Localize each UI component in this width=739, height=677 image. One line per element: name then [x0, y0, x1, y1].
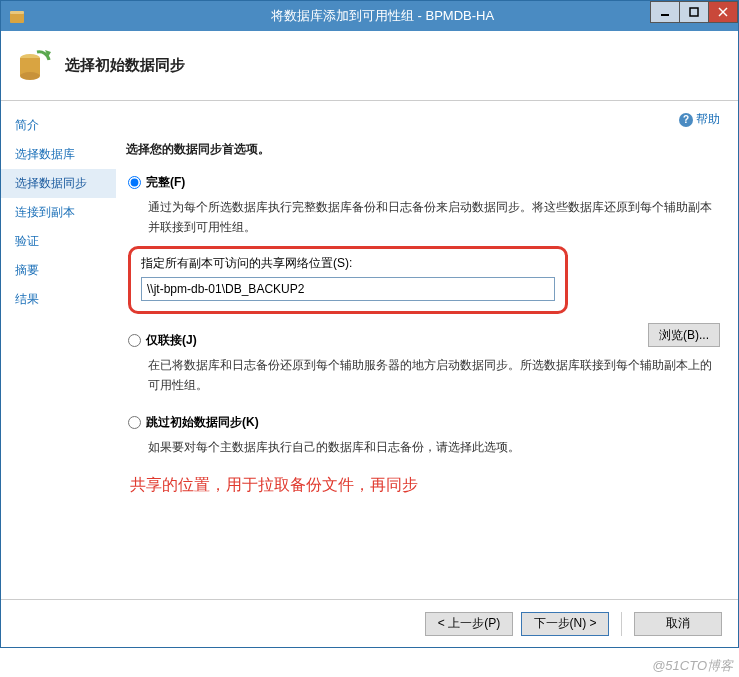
network-path-input[interactable] — [141, 277, 555, 301]
sidebar-item-select-db[interactable]: 选择数据库 — [1, 140, 116, 169]
close-button[interactable] — [708, 1, 738, 23]
sidebar-item-connect-replica[interactable]: 连接到副本 — [1, 198, 116, 227]
watermark: @51CTO博客 — [652, 657, 733, 675]
svg-rect-0 — [10, 13, 24, 23]
sidebar-item-label: 摘要 — [15, 263, 39, 277]
option-skip: 跳过初始数据同步(K) 如果要对每个主数据库执行自己的数据库和日志备份，请选择此… — [126, 414, 722, 457]
option-full-row[interactable]: 完整(F) — [128, 174, 722, 191]
help-label: 帮助 — [696, 111, 720, 128]
prev-button[interactable]: < 上一步(P) — [425, 612, 513, 636]
dialog-window: 将数据库添加到可用性组 - BPMDB-HA 选择初始数据同步 — [0, 0, 739, 648]
svg-point-8 — [20, 72, 40, 80]
body: 简介 选择数据库 选择数据同步 连接到副本 验证 摘要 结果 ? 帮助 选择您的… — [1, 101, 738, 599]
sidebar-item-label: 简介 — [15, 118, 39, 132]
cancel-button[interactable]: 取消 — [634, 612, 722, 636]
sidebar-item-label: 验证 — [15, 234, 39, 248]
sidebar-item-label: 选择数据库 — [15, 147, 75, 161]
content-heading: 选择您的数据同步首选项。 — [126, 141, 722, 158]
svg-rect-1 — [10, 11, 24, 14]
maximize-button[interactable] — [679, 1, 709, 23]
separator — [621, 612, 622, 636]
minimize-button[interactable] — [650, 1, 680, 23]
radio-full[interactable] — [128, 176, 141, 189]
sidebar: 简介 选择数据库 选择数据同步 连接到副本 验证 摘要 结果 — [1, 101, 116, 599]
sidebar-item-label: 连接到副本 — [15, 205, 75, 219]
help-icon: ? — [679, 113, 693, 127]
option-join: 仅联接(J) 在已将数据库和日志备份还原到每个辅助服务器的地方启动数据同步。所选… — [126, 332, 722, 396]
content-panel: ? 帮助 选择您的数据同步首选项。 完整(F) 通过为每个所选数据库执行完整数据… — [116, 101, 738, 599]
annotation-text: 共享的位置，用于拉取备份文件，再同步 — [130, 475, 722, 496]
sidebar-item-label: 结果 — [15, 292, 39, 306]
option-full: 完整(F) 通过为每个所选数据库执行完整数据库备份和日志备份来启动数据同步。将这… — [126, 174, 722, 314]
network-location-box: 指定所有副本可访问的共享网络位置(S): — [128, 246, 568, 314]
window-title: 将数据库添加到可用性组 - BPMDB-HA — [27, 7, 738, 25]
database-sync-icon — [15, 46, 55, 86]
titlebar: 将数据库添加到可用性组 - BPMDB-HA — [1, 1, 738, 31]
sidebar-item-data-sync[interactable]: 选择数据同步 — [1, 169, 116, 198]
sidebar-item-label: 选择数据同步 — [15, 176, 87, 190]
svg-rect-3 — [690, 8, 698, 16]
footer: < 上一步(P) 下一步(N) > 取消 — [1, 599, 738, 647]
option-join-label: 仅联接(J) — [146, 332, 197, 349]
radio-skip[interactable] — [128, 416, 141, 429]
option-full-desc: 通过为每个所选数据库执行完整数据库备份和日志备份来启动数据同步。将这些数据库还原… — [148, 197, 722, 238]
browse-button[interactable]: 浏览(B)... — [648, 323, 720, 347]
sidebar-item-intro[interactable]: 简介 — [1, 111, 116, 140]
option-join-desc: 在已将数据库和日志备份还原到每个辅助服务器的地方启动数据同步。所选数据库联接到每… — [148, 355, 722, 396]
option-skip-desc: 如果要对每个主数据库执行自己的数据库和日志备份，请选择此选项。 — [148, 437, 722, 457]
radio-join[interactable] — [128, 334, 141, 347]
header: 选择初始数据同步 — [1, 31, 738, 101]
sidebar-item-validate[interactable]: 验证 — [1, 227, 116, 256]
option-skip-row[interactable]: 跳过初始数据同步(K) — [128, 414, 722, 431]
option-join-row[interactable]: 仅联接(J) — [128, 332, 722, 349]
option-skip-label: 跳过初始数据同步(K) — [146, 414, 259, 431]
network-location-label: 指定所有副本可访问的共享网络位置(S): — [141, 255, 555, 272]
next-button[interactable]: 下一步(N) > — [521, 612, 609, 636]
network-location-input-row — [141, 277, 555, 301]
help-link[interactable]: ? 帮助 — [679, 111, 720, 128]
window-controls — [651, 1, 738, 23]
option-full-label: 完整(F) — [146, 174, 185, 191]
app-icon — [7, 6, 27, 26]
page-title: 选择初始数据同步 — [65, 56, 185, 75]
sidebar-item-results[interactable]: 结果 — [1, 285, 116, 314]
sidebar-item-summary[interactable]: 摘要 — [1, 256, 116, 285]
